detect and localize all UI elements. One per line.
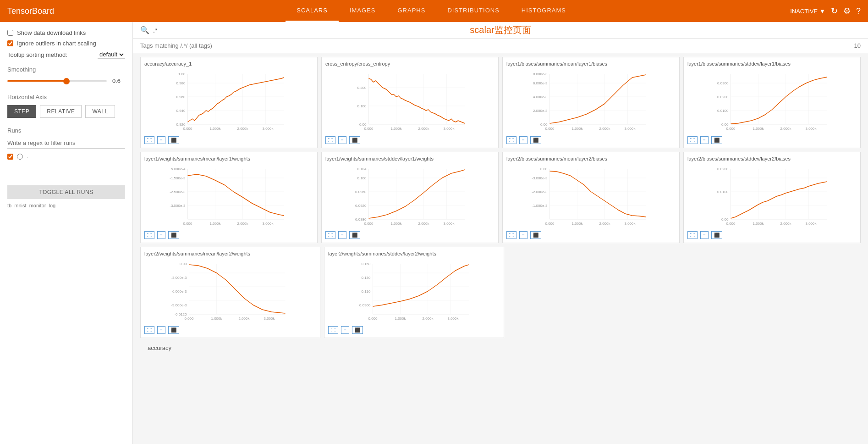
download-btn-l2bs[interactable]: ⬛	[711, 231, 722, 239]
show-download-checkbox[interactable]	[7, 30, 13, 36]
nav-graphs[interactable]: GRAPHS	[387, 0, 437, 22]
svg-text:0.0100: 0.0100	[717, 109, 729, 113]
download-btn-l1bm[interactable]: ⬛	[530, 136, 541, 144]
run-item: .	[7, 153, 125, 160]
download-btn-l1ws[interactable]: ⬛	[349, 231, 360, 239]
settings-button[interactable]: ⚙	[843, 6, 851, 16]
axis-step-btn[interactable]: STEP	[7, 105, 36, 118]
list-btn-l2wm[interactable]: ≡	[157, 326, 165, 334]
expand-btn-l2ws[interactable]: ⛶	[328, 326, 338, 334]
list-btn-accuracy-1[interactable]: ≡	[157, 136, 165, 144]
download-btn-l2bm[interactable]: ⬛	[530, 231, 541, 239]
refresh-button[interactable]: ↻	[831, 6, 838, 16]
chart-layer2-biases-stddev: layer2/biases/summaries/stddev/layer2/bi…	[683, 152, 861, 243]
svg-text:3.000k: 3.000k	[443, 222, 455, 226]
expand-btn-l2bs[interactable]: ⛶	[687, 231, 698, 239]
chart-area-l2bs: 0.00 0.0100 0.0200 0.000 1.000k 2.000k 3…	[687, 164, 857, 228]
download-btn-l1wm[interactable]: ⬛	[168, 231, 179, 239]
svg-text:2.000k: 2.000k	[780, 127, 791, 131]
expand-btn-cross-entropy[interactable]: ⛶	[325, 136, 335, 144]
run-filter-input[interactable]	[7, 138, 125, 149]
toggle-all-runs-button[interactable]: TOGGLE ALL RUNS	[7, 185, 125, 199]
tooltip-sort-select-control: default	[98, 50, 125, 59]
horizontal-axis-section: Horizontal Axis STEP RELATIVE WALL	[7, 94, 125, 118]
chart-svg-l2bs: 0.00 0.0100 0.0200 0.000 1.000k 2.000k 3…	[687, 164, 857, 228]
svg-text:2.000k: 2.000k	[237, 127, 248, 131]
list-btn-l2bm[interactable]: ≡	[519, 231, 527, 239]
download-btn-accuracy-1[interactable]: ⬛	[168, 136, 179, 144]
download-btn-l2ws[interactable]: ⬛	[352, 326, 363, 334]
help-button[interactable]: ?	[856, 6, 861, 16]
svg-text:-3.500e-3: -3.500e-3	[170, 204, 186, 208]
download-btn-l1bs[interactable]: ⬛	[711, 136, 722, 144]
chart-area-cross-entropy: 0.00 0.100 0.200 0.000 1.000k 2.000k 3.0…	[325, 69, 494, 133]
list-btn-l2bs[interactable]: ≡	[700, 231, 709, 239]
spacer-1	[508, 247, 682, 338]
svg-text:-0.0120: -0.0120	[174, 312, 187, 316]
svg-text:0.130: 0.130	[361, 276, 371, 280]
chart-svg-layer1-biases-mean: 0.00 2.000e-3 4.000e-3 6.000e-3 8.000e-3…	[506, 69, 676, 133]
chart-area-l1ws: 0.0880 0.0920 0.0960 0.100 0.104 0.000 1…	[325, 164, 494, 228]
svg-text:0.000: 0.000	[545, 127, 555, 131]
expand-btn-l1ws[interactable]: ⛶	[325, 231, 335, 239]
runs-section: Runs .	[7, 127, 125, 160]
svg-text:1.000k: 1.000k	[209, 127, 221, 131]
svg-text:3.000k: 3.000k	[262, 127, 274, 131]
svg-text:3.000k: 3.000k	[262, 222, 274, 226]
chart-area-l2bm: -3.000e-3 -2.000e-3 -1.000e-3 0.00 0.000…	[506, 164, 676, 228]
nav-distributions[interactable]: DISTRIBUTIONS	[436, 0, 510, 22]
run-radio[interactable]	[17, 154, 23, 160]
list-btn-l2ws[interactable]: ≡	[341, 326, 349, 334]
list-btn-l1ws[interactable]: ≡	[338, 231, 346, 239]
svg-text:3.000k: 3.000k	[805, 127, 817, 131]
list-btn-l1bm[interactable]: ≡	[519, 136, 527, 144]
svg-text:0.00: 0.00	[540, 122, 548, 127]
list-btn-l1wm[interactable]: ≡	[157, 231, 165, 239]
chart-controls-layer1-biases-stddev: ⛶ ≡ ⬛	[687, 136, 857, 144]
list-btn-l1bs[interactable]: ≡	[700, 136, 709, 144]
chart-title-accuracy-1: accuracy/accuracy_1	[144, 61, 313, 67]
chart-title-cross-entropy: cross_entropy/cross_entropy	[325, 61, 494, 67]
chart-svg-l1ws: 0.0880 0.0920 0.0960 0.100 0.104 0.000 1…	[325, 164, 494, 228]
svg-text:0.00: 0.00	[540, 167, 548, 171]
smoothing-value: 0.6	[112, 78, 125, 84]
svg-text:0.200: 0.200	[357, 86, 367, 90]
chart-svg-l1wm: -3.500e-3 -2.500e-3 -1.500e-3 5.000e-4 0…	[144, 164, 313, 228]
main-content: 🔍 scalar监控页面 Tags matching /.*/ (all tag…	[133, 22, 868, 444]
list-btn-cross-entropy[interactable]: ≡	[338, 136, 346, 144]
ignore-outliers-checkbox-label[interactable]: Ignore outliers in chart scaling	[7, 40, 125, 47]
svg-text:3.000k: 3.000k	[624, 127, 636, 131]
smoothing-title: Smoothing	[7, 66, 125, 73]
chart-svg-l2ws: 0.150 0.130 0.110 0.0900 0.000 1.000k 2.…	[328, 259, 500, 323]
tooltip-sort-select[interactable]: default	[98, 50, 125, 59]
svg-text:1.000k: 1.000k	[390, 127, 402, 131]
run-checkbox[interactable]	[7, 154, 13, 160]
expand-btn-l2wm[interactable]: ⛶	[144, 326, 154, 334]
chart-svg-accuracy-1: 0.920 0.940 0.960 0.980 1.00 0.000 1.000…	[144, 69, 313, 133]
axis-wall-btn[interactable]: WALL	[85, 105, 115, 118]
svg-text:0.0200: 0.0200	[717, 167, 729, 171]
expand-btn-accuracy-1[interactable]: ⛶	[144, 136, 154, 144]
ignore-outliers-checkbox[interactable]	[7, 40, 13, 46]
smoothing-slider[interactable]	[7, 80, 107, 82]
expand-btn-l2bm[interactable]: ⛶	[506, 231, 516, 239]
chart-accuracy-1: accuracy/accuracy_1	[140, 57, 318, 148]
svg-text:3.000k: 3.000k	[447, 316, 459, 321]
nav-images[interactable]: IMAGES	[339, 0, 387, 22]
chart-area-l1wm: -3.500e-3 -2.500e-3 -1.500e-3 5.000e-4 0…	[144, 164, 313, 228]
spacer-2	[686, 247, 861, 338]
axis-relative-btn[interactable]: RELATIVE	[40, 105, 82, 118]
inactive-dropdown[interactable]: INACTIVE ▼	[790, 8, 825, 15]
expand-btn-l1bm[interactable]: ⛶	[506, 136, 516, 144]
axis-title: Horizontal Axis	[7, 94, 125, 100]
show-download-checkbox-label[interactable]: Show data download links	[7, 29, 125, 36]
nav-histograms[interactable]: HISTOGRAMS	[511, 0, 577, 22]
svg-text:-2.500e-3: -2.500e-3	[170, 190, 186, 194]
expand-btn-l1bs[interactable]: ⛶	[687, 136, 698, 144]
nav-scalars[interactable]: SCALARS	[286, 0, 339, 22]
expand-btn-l1wm[interactable]: ⛶	[144, 231, 154, 239]
tags-count: 10	[854, 42, 861, 49]
charts-row-0: accuracy/accuracy_1	[140, 57, 861, 148]
download-btn-cross-entropy[interactable]: ⬛	[349, 136, 360, 144]
download-btn-l2wm[interactable]: ⬛	[168, 326, 179, 334]
